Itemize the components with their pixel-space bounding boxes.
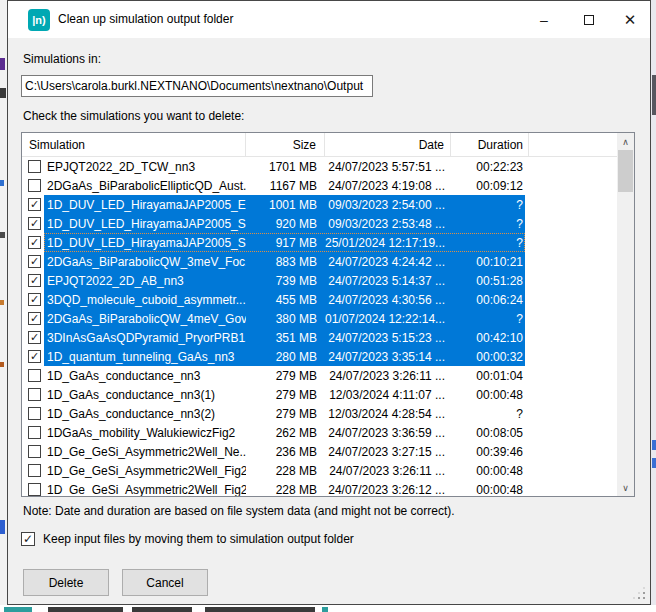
row-checkbox-checked[interactable]: ✓ xyxy=(28,350,41,363)
table-row[interactable]: ✓1D_quantum_tunneling_GaAs_nn3280 MB24/0… xyxy=(22,347,617,366)
resize-grip[interactable] xyxy=(643,597,645,599)
table-row[interactable]: 1D_GaAs_conductance_nn3(2)279 MB12/03/20… xyxy=(22,404,617,423)
table-row[interactable]: ✓1D_DUV_LED_HirayamaJAP2005_SL...920 MB0… xyxy=(22,214,617,233)
row-body[interactable]: 1D_GaAs_conductance_nn3279 MB24/07/2023 … xyxy=(44,366,525,385)
table-row[interactable]: 1D_Ge_GeSi_Asymmetric2Well_Ne...236 MB24… xyxy=(22,442,617,461)
row-duration: 00:06:24 xyxy=(451,293,525,307)
table-row[interactable]: EPJQT2022_2D_TCW_nn31701 MB24/07/2023 5:… xyxy=(22,157,617,176)
list-scrollbar[interactable]: ∧ ∨ xyxy=(617,133,634,496)
row-date: 24/07/2023 5:14:37 ... xyxy=(325,274,451,288)
row-body[interactable]: EPJQT2022_2D_AB_nn3739 MB24/07/2023 5:14… xyxy=(44,271,525,290)
row-duration: 00:01:04 xyxy=(451,369,525,383)
background-window-sliver xyxy=(652,440,656,450)
row-body[interactable]: 3DInAsGaAsQDPyramid_PryorPRB1...351 MB24… xyxy=(44,328,525,347)
row-checkbox-checked[interactable]: ✓ xyxy=(28,312,41,325)
row-body[interactable]: 1D_GaAs_conductance_nn3(1)279 MB12/03/20… xyxy=(44,385,525,404)
table-row[interactable]: 1D_Ge_GeSi_Asymmetric2Well_Fig2228 MB24/… xyxy=(22,480,617,496)
row-body[interactable]: 1D_GaAs_conductance_nn3(2)279 MB12/03/20… xyxy=(44,404,525,423)
row-body[interactable]: EPJQT2022_2D_TCW_nn31701 MB24/07/2023 5:… xyxy=(44,157,525,176)
table-row[interactable]: ✓3DQD_molecule_cuboid_asymmetr...455 MB2… xyxy=(22,290,617,309)
table-row[interactable]: ✓2DGaAs_BiParabolicQW_3meV_Foc...883 MB2… xyxy=(22,252,617,271)
row-size: 739 MB xyxy=(246,274,325,288)
row-size: 228 MB xyxy=(246,483,325,497)
background-window-sliver xyxy=(48,607,123,612)
table-row[interactable]: 2DGaAs_BiParabolicEllipticQD_Aust...1167… xyxy=(22,176,617,195)
checkbox-check-icon: ✓ xyxy=(21,532,35,546)
row-checkbox-checked[interactable]: ✓ xyxy=(28,198,41,211)
close-button[interactable]: ✕ xyxy=(608,1,652,38)
row-body[interactable]: 1D_Ge_GeSi_Asymmetric2Well_Ne...236 MB24… xyxy=(44,442,525,461)
row-date: 09/03/2023 2:53:48 ... xyxy=(325,217,451,231)
row-body[interactable]: 1D_Ge_GeSi_Asymmetric2Well_Fig2228 MB24/… xyxy=(44,480,525,496)
table-row[interactable]: ✓1D_DUV_LED_HirayamaJAP2005_SL...917 MB2… xyxy=(22,233,617,252)
column-header-size[interactable]: Size xyxy=(246,133,325,157)
scrollbar-up-icon[interactable]: ∧ xyxy=(617,133,634,150)
row-date: 24/07/2023 5:15:23 ... xyxy=(325,331,451,345)
row-checkbox-checked[interactable]: ✓ xyxy=(28,255,41,268)
table-row[interactable]: 1D_Ge_GeSi_Asymmetric2Well_Fig2...228 MB… xyxy=(22,461,617,480)
row-body[interactable]: 1DGaAs_mobility_WalukiewiczFig2262 MB24/… xyxy=(44,423,525,442)
row-body[interactable]: 3DQD_molecule_cuboid_asymmetr...455 MB24… xyxy=(44,290,525,309)
row-date: 24/07/2023 4:19:08 ... xyxy=(325,179,451,193)
row-checkbox-checked[interactable]: ✓ xyxy=(28,236,41,249)
column-header-simulation[interactable]: Simulation xyxy=(22,133,246,157)
minimize-button[interactable]: – xyxy=(522,1,566,38)
row-checkbox[interactable] xyxy=(28,160,41,173)
row-body[interactable]: 1D_DUV_LED_HirayamaJAP2005_EB...1001 MB0… xyxy=(44,195,525,214)
row-duration: 00:00:32 xyxy=(451,350,525,364)
row-checkbox-checked[interactable]: ✓ xyxy=(28,274,41,287)
row-checkbox[interactable] xyxy=(28,483,41,496)
row-simulation-name: 1D_quantum_tunneling_GaAs_nn3 xyxy=(44,350,246,364)
row-checkbox-checked[interactable]: ✓ xyxy=(28,293,41,306)
row-size: 1167 MB xyxy=(246,179,325,193)
row-simulation-name: 1D_DUV_LED_HirayamaJAP2005_SL... xyxy=(44,217,246,231)
background-window-sliver xyxy=(0,58,5,70)
row-body[interactable]: 1D_DUV_LED_HirayamaJAP2005_SL...920 MB09… xyxy=(44,214,525,233)
scrollbar-down-icon[interactable]: ∨ xyxy=(617,479,634,496)
row-date: 24/07/2023 3:27:15 ... xyxy=(325,445,451,459)
row-checkbox-checked[interactable]: ✓ xyxy=(28,217,41,230)
row-body[interactable]: 1D_quantum_tunneling_GaAs_nn3280 MB24/07… xyxy=(44,347,525,366)
background-window-sliver xyxy=(4,607,32,612)
row-checkbox[interactable] xyxy=(28,445,41,458)
row-duration: ? xyxy=(451,198,525,212)
row-body[interactable]: 2DGaAs_BiParabolicQW_4meV_Gov...380 MB01… xyxy=(44,309,525,328)
background-window-sliver xyxy=(652,75,656,115)
row-checkbox[interactable] xyxy=(28,464,41,477)
maximize-button[interactable] xyxy=(567,1,611,38)
row-duration: 00:08:05 xyxy=(451,426,525,440)
keep-input-files-checkbox[interactable]: ✓ Keep input files by moving them to sim… xyxy=(21,532,354,546)
row-checkbox[interactable] xyxy=(28,388,41,401)
table-row[interactable]: ✓2DGaAs_BiParabolicQW_4meV_Gov...380 MB0… xyxy=(22,309,617,328)
delete-button[interactable]: Delete xyxy=(23,569,109,596)
row-simulation-name: 3DQD_molecule_cuboid_asymmetr... xyxy=(44,293,246,307)
table-row[interactable]: 1D_GaAs_conductance_nn3279 MB24/07/2023 … xyxy=(22,366,617,385)
row-body[interactable]: 2DGaAs_BiParabolicEllipticQD_Aust...1167… xyxy=(44,176,525,195)
row-simulation-name: 1D_Ge_GeSi_Asymmetric2Well_Fig2 xyxy=(44,483,246,497)
background-window-sliver xyxy=(205,607,315,612)
table-row[interactable]: ✓1D_DUV_LED_HirayamaJAP2005_EB...1001 MB… xyxy=(22,195,617,214)
output-path-input[interactable] xyxy=(21,75,373,97)
background-window-sliver xyxy=(652,458,656,468)
row-checkbox[interactable] xyxy=(28,179,41,192)
table-row[interactable]: 1D_GaAs_conductance_nn3(1)279 MB12/03/20… xyxy=(22,385,617,404)
table-row[interactable]: ✓EPJQT2022_2D_AB_nn3739 MB24/07/2023 5:1… xyxy=(22,271,617,290)
row-date: 24/07/2023 3:26:12 ... xyxy=(325,483,451,497)
row-size: 279 MB xyxy=(246,407,325,421)
row-body[interactable]: 2DGaAs_BiParabolicQW_3meV_Foc...883 MB24… xyxy=(44,252,525,271)
scrollbar-thumb[interactable] xyxy=(618,150,633,192)
row-body[interactable]: 1D_Ge_GeSi_Asymmetric2Well_Fig2...228 MB… xyxy=(44,461,525,480)
row-checkbox[interactable] xyxy=(28,426,41,439)
table-row[interactable]: 1DGaAs_mobility_WalukiewiczFig2262 MB24/… xyxy=(22,423,617,442)
column-header-duration[interactable]: Duration xyxy=(451,133,529,157)
column-header-date[interactable]: Date xyxy=(325,133,451,157)
row-duration: ? xyxy=(451,217,525,231)
row-checkbox-checked[interactable]: ✓ xyxy=(28,331,41,344)
row-checkbox[interactable] xyxy=(28,407,41,420)
row-checkbox[interactable] xyxy=(28,369,41,382)
row-size: 236 MB xyxy=(246,445,325,459)
row-duration: ? xyxy=(451,312,525,326)
row-body[interactable]: 1D_DUV_LED_HirayamaJAP2005_SL...917 MB25… xyxy=(44,233,525,252)
table-row[interactable]: ✓3DInAsGaAsQDPyramid_PryorPRB1...351 MB2… xyxy=(22,328,617,347)
cancel-button[interactable]: Cancel xyxy=(122,569,208,596)
